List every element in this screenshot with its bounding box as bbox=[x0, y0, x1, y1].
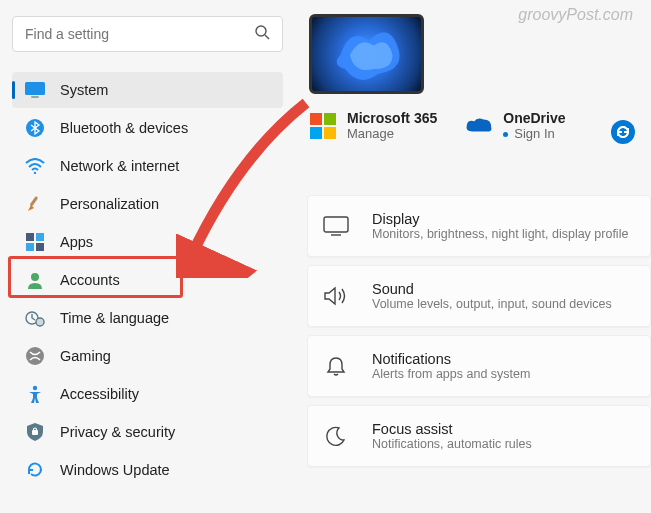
sidebar-item-label: Time & language bbox=[60, 310, 169, 326]
system-icon bbox=[24, 79, 46, 101]
svg-rect-8 bbox=[36, 233, 44, 241]
shield-icon bbox=[24, 421, 46, 443]
main-panel: groovyPost.com Microsoft 365 Manage One bbox=[295, 0, 651, 513]
search-box[interactable] bbox=[12, 16, 283, 52]
svg-rect-2 bbox=[25, 82, 45, 95]
settings-cards: Display Monitors, brightness, night ligh… bbox=[307, 195, 651, 467]
card-title: Notifications bbox=[372, 351, 530, 367]
sidebar-item-bluetooth[interactable]: Bluetooth & devices bbox=[12, 110, 283, 146]
svg-rect-6 bbox=[29, 196, 38, 207]
svg-point-14 bbox=[26, 347, 44, 365]
svg-point-0 bbox=[256, 26, 266, 36]
sidebar-item-label: Privacy & security bbox=[60, 424, 175, 440]
svg-rect-20 bbox=[310, 127, 322, 139]
sidebar-item-label: Gaming bbox=[60, 348, 111, 364]
search-input[interactable] bbox=[25, 26, 254, 42]
sound-icon bbox=[322, 282, 350, 310]
svg-point-5 bbox=[34, 172, 36, 174]
sidebar-item-label: Network & internet bbox=[60, 158, 179, 174]
card-sound[interactable]: Sound Volume levels, output, input, soun… bbox=[307, 265, 651, 327]
microsoft-logo-icon bbox=[309, 112, 337, 140]
tile-subtitle: Sign In bbox=[503, 126, 565, 141]
sidebar-item-privacy[interactable]: Privacy & security bbox=[12, 414, 283, 450]
svg-rect-19 bbox=[324, 113, 336, 125]
sidebar-item-accessibility[interactable]: Accessibility bbox=[12, 376, 283, 412]
account-tiles: Microsoft 365 Manage OneDrive Sign In bbox=[309, 110, 651, 141]
svg-point-15 bbox=[33, 386, 37, 390]
sidebar-nav: System Bluetooth & devices Network & int… bbox=[12, 72, 283, 488]
svg-point-13 bbox=[36, 318, 44, 326]
tile-title: OneDrive bbox=[503, 110, 565, 126]
bluetooth-icon bbox=[24, 117, 46, 139]
accessibility-icon bbox=[24, 383, 46, 405]
desktop-thumbnail[interactable] bbox=[309, 14, 424, 94]
svg-rect-3 bbox=[31, 96, 39, 98]
svg-line-1 bbox=[265, 35, 269, 39]
refresh-button[interactable] bbox=[611, 120, 635, 144]
moon-icon bbox=[322, 422, 350, 450]
sidebar: System Bluetooth & devices Network & int… bbox=[0, 0, 295, 513]
sidebar-item-label: Personalization bbox=[60, 196, 159, 212]
svg-rect-10 bbox=[36, 243, 44, 251]
bell-icon bbox=[322, 352, 350, 380]
sidebar-item-personalization[interactable]: Personalization bbox=[12, 186, 283, 222]
refresh-icon bbox=[616, 125, 630, 139]
card-subtitle: Monitors, brightness, night light, displ… bbox=[372, 227, 628, 241]
tile-title: Microsoft 365 bbox=[347, 110, 437, 126]
svg-rect-7 bbox=[26, 233, 34, 241]
sidebar-item-label: Apps bbox=[60, 234, 93, 250]
sidebar-item-label: Bluetooth & devices bbox=[60, 120, 188, 136]
sidebar-item-label: Accessibility bbox=[60, 386, 139, 402]
sidebar-item-windows-update[interactable]: Windows Update bbox=[12, 452, 283, 488]
status-dot-icon bbox=[503, 132, 508, 137]
sidebar-item-label: System bbox=[60, 82, 108, 98]
person-icon bbox=[24, 269, 46, 291]
ms365-tile[interactable]: Microsoft 365 Manage bbox=[309, 110, 437, 141]
sidebar-item-time-language[interactable]: Time & language bbox=[12, 300, 283, 336]
card-title: Sound bbox=[372, 281, 612, 297]
card-title: Focus assist bbox=[372, 421, 532, 437]
tile-subtitle: Manage bbox=[347, 126, 437, 141]
display-icon bbox=[322, 212, 350, 240]
apps-icon bbox=[24, 231, 46, 253]
sidebar-item-apps[interactable]: Apps bbox=[12, 224, 283, 260]
onedrive-tile[interactable]: OneDrive Sign In bbox=[465, 110, 565, 141]
card-subtitle: Alerts from apps and system bbox=[372, 367, 530, 381]
clock-globe-icon bbox=[24, 307, 46, 329]
paintbrush-icon bbox=[24, 193, 46, 215]
svg-rect-18 bbox=[310, 113, 322, 125]
card-focus-assist[interactable]: Focus assist Notifications, automatic ru… bbox=[307, 405, 651, 467]
sidebar-item-label: Accounts bbox=[60, 272, 120, 288]
card-title: Display bbox=[372, 211, 628, 227]
card-notifications[interactable]: Notifications Alerts from apps and syste… bbox=[307, 335, 651, 397]
svg-rect-21 bbox=[324, 127, 336, 139]
watermark-text: groovyPost.com bbox=[518, 6, 633, 24]
update-icon bbox=[24, 459, 46, 481]
svg-point-11 bbox=[31, 273, 39, 281]
card-subtitle: Notifications, automatic rules bbox=[372, 437, 532, 451]
sidebar-item-label: Windows Update bbox=[60, 462, 170, 478]
card-display[interactable]: Display Monitors, brightness, night ligh… bbox=[307, 195, 651, 257]
sidebar-item-network[interactable]: Network & internet bbox=[12, 148, 283, 184]
sidebar-item-system[interactable]: System bbox=[12, 72, 283, 108]
card-subtitle: Volume levels, output, input, sound devi… bbox=[372, 297, 612, 311]
sidebar-item-gaming[interactable]: Gaming bbox=[12, 338, 283, 374]
sidebar-item-accounts[interactable]: Accounts bbox=[12, 262, 283, 298]
xbox-icon bbox=[24, 345, 46, 367]
search-icon bbox=[254, 24, 270, 44]
svg-rect-22 bbox=[324, 217, 348, 232]
svg-rect-9 bbox=[26, 243, 34, 251]
wifi-icon bbox=[24, 155, 46, 177]
onedrive-icon bbox=[465, 112, 493, 140]
